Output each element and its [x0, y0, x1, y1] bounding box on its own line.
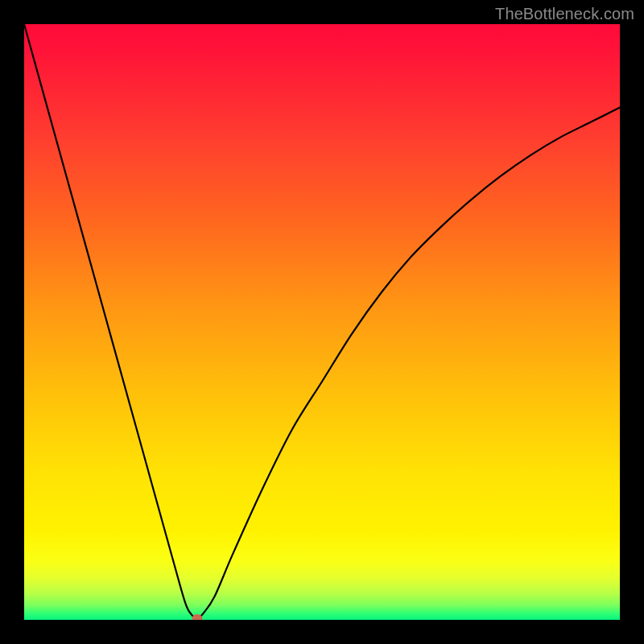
watermark-text: TheBottleneck.com — [495, 5, 634, 23]
chart-frame: TheBottleneck.com — [0, 0, 644, 644]
plot-area — [24, 24, 620, 620]
heat-gradient-background — [24, 24, 620, 620]
optimal-point-marker — [192, 614, 202, 620]
